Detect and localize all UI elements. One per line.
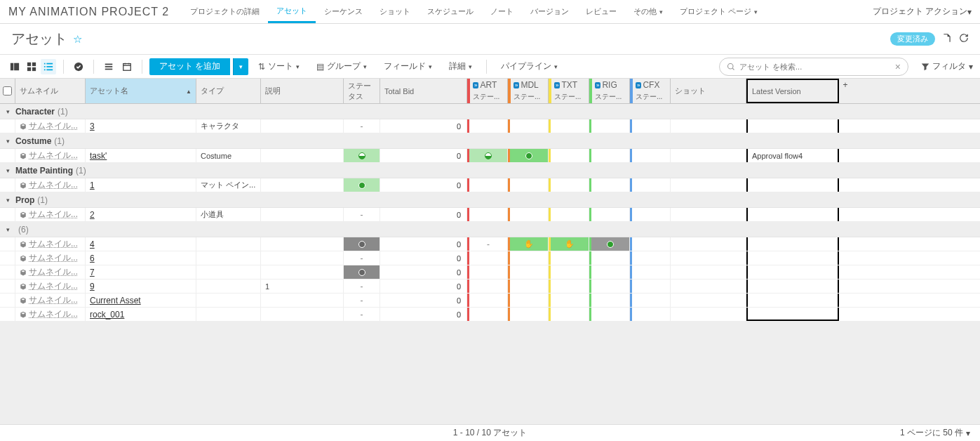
pipe-cell-txt[interactable] — [549, 178, 589, 192]
nav-tab-6[interactable]: バージョン — [522, 0, 577, 23]
pipe-cell-art[interactable] — [467, 149, 508, 162]
status-cell[interactable]: - — [344, 208, 380, 221]
pipe-cell-cfx[interactable] — [630, 265, 671, 279]
pipe-cell-cfx[interactable] — [630, 294, 671, 307]
nav-tab-4[interactable]: スケジュール — [419, 0, 482, 23]
table-row[interactable]: サムネイル...rock_001-0 — [0, 308, 980, 322]
thumbnail-cell[interactable]: サムネイル... — [15, 149, 86, 162]
thumbnail-cell[interactable]: サムネイル... — [15, 251, 86, 265]
col-pipe-txt[interactable]: »TXTステー... — [549, 79, 589, 103]
pipe-cell-cfx[interactable] — [630, 149, 671, 162]
asset-link[interactable]: 1 — [90, 180, 95, 190]
col-thumbnail[interactable]: サムネイル — [15, 79, 86, 103]
pipe-cell-txt[interactable] — [549, 279, 589, 293]
pipe-cell-cfx[interactable] — [630, 237, 671, 251]
col-total-bid[interactable]: Total Bid — [380, 79, 467, 103]
pipe-cell-mdl[interactable] — [508, 308, 549, 321]
nav-tab-3[interactable]: ショット — [371, 0, 419, 23]
asset-name-cell[interactable]: Current Asset — [86, 294, 196, 307]
page-save-icon[interactable] — [942, 33, 952, 45]
calendar-icon[interactable] — [119, 59, 135, 74]
group-expand-icon[interactable]: ▾ — [0, 226, 15, 233]
status-cell[interactable] — [344, 265, 380, 279]
search-input[interactable] — [739, 62, 891, 71]
add-asset-button[interactable]: アセット を追加 — [149, 58, 230, 75]
col-description[interactable]: 説明 — [261, 79, 344, 103]
pipe-cell-rig[interactable] — [589, 178, 630, 192]
pipe-cell-cfx[interactable] — [630, 119, 671, 133]
project-actions-menu[interactable]: プロジェクト アクション▾ — [873, 6, 972, 18]
asset-link[interactable]: 3 — [90, 121, 95, 131]
thumbnail-cell[interactable]: サムネイル... — [15, 178, 86, 192]
pipe-cell-art[interactable] — [467, 178, 508, 192]
group-row[interactable]: ▾Matte Painting(1) — [0, 163, 980, 178]
status-cell[interactable] — [344, 178, 380, 192]
table-row[interactable]: サムネイル...Current Asset-0 — [0, 294, 980, 308]
thumbnail-link[interactable]: サムネイル... — [29, 294, 78, 306]
asset-name-cell[interactable]: task' — [86, 149, 196, 162]
view-split-icon[interactable] — [7, 59, 22, 74]
pipe-cell-art[interactable] — [467, 265, 508, 279]
pipe-cell-txt[interactable] — [549, 251, 589, 265]
asset-link[interactable]: 9 — [90, 282, 95, 291]
pipe-cell-mdl[interactable] — [508, 279, 549, 293]
pipe-cell-art[interactable] — [467, 251, 508, 265]
group-expand-icon[interactable]: ▾ — [0, 167, 15, 174]
col-status[interactable]: ステータス — [344, 79, 380, 103]
nav-tab-7[interactable]: レビュー — [577, 0, 625, 23]
add-column-icon[interactable]: + — [839, 79, 852, 103]
asset-link[interactable]: 2 — [90, 210, 95, 220]
tasks-icon[interactable] — [71, 59, 86, 74]
pipe-cell-art[interactable] — [467, 119, 508, 133]
nav-tab-0[interactable]: プロジェクトの詳細 — [182, 0, 268, 23]
compact-icon[interactable] — [101, 59, 116, 74]
thumbnail-link[interactable]: サムネイル... — [29, 120, 78, 132]
fields-menu[interactable]: フィールド▾ — [377, 60, 439, 72]
pipe-cell-txt[interactable] — [549, 119, 589, 133]
col-pipe-art[interactable]: »ARTステー... — [467, 79, 508, 103]
pipe-cell-mdl[interactable] — [508, 149, 549, 162]
thumbnail-link[interactable]: サムネイル... — [29, 238, 78, 250]
search-clear-icon[interactable]: × — [895, 61, 901, 72]
pipe-cell-mdl[interactable]: ✋ — [508, 237, 549, 251]
asset-name-cell[interactable]: rock_001 — [86, 308, 196, 321]
pipe-cell-rig[interactable] — [589, 251, 630, 265]
col-pipe-rig[interactable]: »RIGステー... — [589, 79, 630, 103]
table-row[interactable]: サムネイル...91-0 — [0, 279, 980, 294]
status-cell[interactable] — [344, 237, 380, 251]
pipe-cell-art[interactable] — [467, 308, 508, 321]
table-row[interactable]: サムネイル...2小道具-0 — [0, 208, 980, 222]
asset-link[interactable]: 4 — [90, 239, 95, 249]
thumbnail-link[interactable]: サムネイル... — [29, 179, 78, 191]
pipe-cell-cfx[interactable] — [630, 178, 671, 192]
asset-link[interactable]: 6 — [90, 254, 95, 263]
add-asset-dropdown[interactable]: ▾ — [233, 58, 248, 75]
thumbnail-cell[interactable]: サムネイル... — [15, 237, 86, 251]
thumbnail-cell[interactable]: サムネイル... — [15, 119, 86, 133]
asset-link[interactable]: rock_001 — [90, 310, 124, 320]
asset-name-cell[interactable]: 3 — [86, 119, 196, 133]
pipeline-menu[interactable]: パイプライン▾ — [494, 60, 565, 72]
pipe-cell-rig[interactable] — [589, 265, 630, 279]
status-cell[interactable]: - — [344, 251, 380, 265]
thumbnail-cell[interactable]: サムネイル... — [15, 279, 86, 293]
pipe-cell-cfx[interactable] — [630, 251, 671, 265]
nav-tab-8[interactable]: その他▾ — [625, 0, 671, 23]
status-cell[interactable]: - — [344, 294, 380, 307]
pipe-cell-rig[interactable] — [589, 308, 630, 321]
table-row[interactable]: サムネイル...70 — [0, 265, 980, 279]
pipe-cell-mdl[interactable] — [508, 294, 549, 307]
nav-tab-9[interactable]: プロジェクト ページ▾ — [671, 0, 766, 23]
pipe-cell-txt[interactable] — [549, 208, 589, 221]
col-type[interactable]: タイプ — [196, 79, 261, 103]
thumbnail-cell[interactable]: サムネイル... — [15, 208, 86, 221]
thumbnail-link[interactable]: サムネイル... — [29, 150, 78, 162]
favorite-star-icon[interactable]: ☆ — [73, 33, 82, 46]
pipe-cell-mdl[interactable] — [508, 119, 549, 133]
status-cell[interactable] — [344, 149, 380, 162]
pipe-cell-rig[interactable] — [589, 119, 630, 133]
pipe-cell-rig[interactable] — [589, 149, 630, 162]
thumbnail-link[interactable]: サムネイル... — [29, 252, 78, 264]
pipe-cell-mdl[interactable] — [508, 208, 549, 221]
status-cell[interactable]: - — [344, 119, 380, 133]
